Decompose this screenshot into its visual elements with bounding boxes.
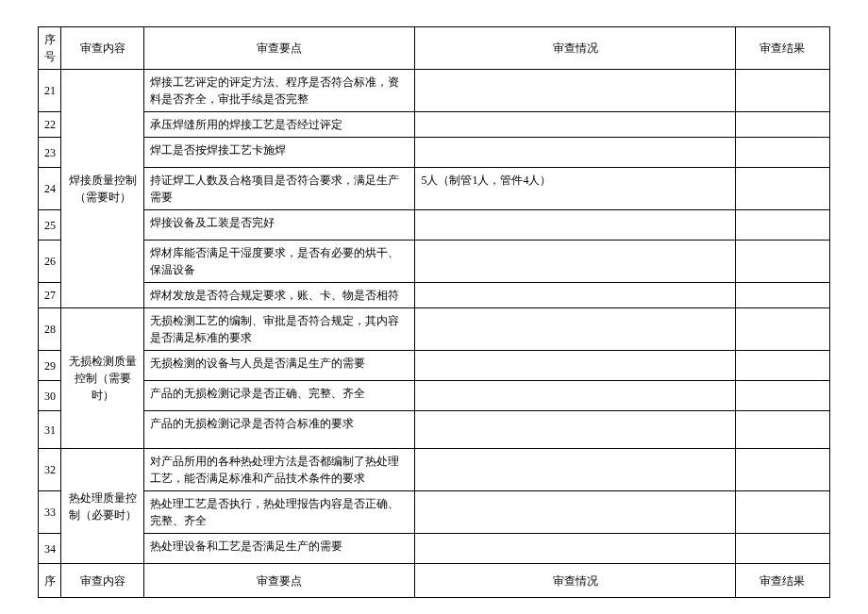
row-category: 无损检测质量控制（需要时） (61, 308, 144, 449)
row-category: 焊接质量控制（需要时） (61, 70, 144, 308)
row-res (735, 138, 829, 168)
header-content: 审查内容 (61, 27, 144, 70)
row-sit (415, 70, 735, 112)
row-sit (415, 241, 735, 283)
row-keypt: 焊接设备及工装是否完好 (144, 210, 415, 241)
row-res (735, 449, 829, 491)
row-sit (415, 534, 735, 564)
row-sit (415, 381, 735, 411)
row-res (735, 112, 829, 138)
row-res (735, 283, 829, 308)
header-keypoints: 审查要点 (144, 27, 415, 70)
header-row: 序号 审查内容 审查要点 审查情况 审查结果 (39, 27, 830, 70)
row-sit (415, 138, 735, 168)
table-row: 31 产品的无损检测记录是否符合标准的要求 (39, 411, 830, 449)
row-keypt: 无损检测工艺的编制、审批是否符合规定，其内容是否满足标准的要求 (144, 308, 415, 351)
table-row: 21 焊接质量控制（需要时） 焊接工艺评定的评定方法、程序是否符合标准，资料是否… (39, 70, 830, 112)
row-num: 33 (39, 491, 61, 534)
row-keypt: 焊工是否按焊接工艺卡施焊 (144, 138, 415, 168)
row-res (735, 210, 829, 241)
row-keypt: 焊材发放是否符合规定要求，账、卡、物是否相符 (144, 283, 415, 308)
row-num: 21 (39, 70, 61, 112)
row-keypt: 焊材库能否满足干湿度要求，是否有必要的烘干、保温设备 (144, 241, 415, 283)
row-num: 26 (39, 241, 61, 283)
row-keypt: 焊接工艺评定的评定方法、程序是否符合标准，资料是否齐全，审批手续是否完整 (144, 70, 415, 112)
row-sit (415, 283, 735, 308)
table-row: 25 焊接设备及工装是否完好 (39, 210, 830, 241)
table-row: 33 热处理工艺是否执行，热处理报告内容是否正确、完整、齐全 (39, 491, 830, 534)
row-num: 30 (39, 381, 61, 411)
table-row: 27 焊材发放是否符合规定要求，账、卡、物是否相符 (39, 283, 830, 308)
row-category: 热处理质量控制（必要时） (61, 449, 144, 564)
table-row: 30 产品的无损检测记录是否正确、完整、齐全 (39, 381, 830, 411)
table-row: 34 热处理设备和工艺是否满足生产的需要 (39, 534, 830, 564)
row-keypt: 热处理设备和工艺是否满足生产的需要 (144, 534, 415, 564)
row-keypt: 产品的无损检测记录是否正确、完整、齐全 (144, 381, 415, 411)
row-sit (415, 210, 735, 241)
footer-num: 序 (39, 564, 61, 598)
row-num: 25 (39, 210, 61, 241)
table-row: 23 焊工是否按焊接工艺卡施焊 (39, 138, 830, 168)
row-sit: 5人（制管1人，管件4人） (415, 168, 735, 210)
row-sit (415, 449, 735, 491)
row-num: 32 (39, 449, 61, 491)
footer-result: 审查结果 (735, 564, 829, 598)
row-res (735, 241, 829, 283)
row-res (735, 381, 829, 411)
table-row: 28 无损检测质量控制（需要时） 无损检测工艺的编制、审批是否符合规定，其内容是… (39, 308, 830, 351)
row-sit (415, 112, 735, 138)
row-sit (415, 411, 735, 449)
row-sit (415, 308, 735, 351)
footer-content: 审查内容 (61, 564, 144, 598)
row-res (735, 168, 829, 210)
row-res (735, 351, 829, 381)
table-row: 29 无损检测的设备与人员是否满足生产的需要 (39, 351, 830, 381)
table-row: 22 承压焊缝所用的焊接工艺是否经过评定 (39, 112, 830, 138)
row-res (735, 491, 829, 534)
table-row: 24 持证焊工人数及合格项目是否符合要求，满足生产需要 5人（制管1人，管件4人… (39, 168, 830, 210)
row-num: 22 (39, 112, 61, 138)
row-res (735, 534, 829, 564)
row-num: 34 (39, 534, 61, 564)
row-keypt: 无损检测的设备与人员是否满足生产的需要 (144, 351, 415, 381)
row-keypt: 承压焊缝所用的焊接工艺是否经过评定 (144, 112, 415, 138)
header-situation: 审查情况 (415, 27, 735, 70)
row-num: 24 (39, 168, 61, 210)
row-sit (415, 491, 735, 534)
row-num: 31 (39, 411, 61, 449)
row-num: 27 (39, 283, 61, 308)
row-keypt: 热处理工艺是否执行，热处理报告内容是否正确、完整、齐全 (144, 491, 415, 534)
row-res (735, 411, 829, 449)
footer-keypoints: 审查要点 (144, 564, 415, 598)
row-num: 28 (39, 308, 61, 351)
header-num: 序号 (39, 27, 61, 70)
footer-row: 序 审查内容 审查要点 审查情况 审查结果 (39, 564, 830, 598)
row-sit (415, 351, 735, 381)
row-keypt: 持证焊工人数及合格项目是否符合要求，满足生产需要 (144, 168, 415, 210)
row-num: 23 (39, 138, 61, 168)
row-keypt: 产品的无损检测记录是否符合标准的要求 (144, 411, 415, 449)
footer-situation: 审查情况 (415, 564, 735, 598)
table-row: 32 热处理质量控制（必要时） 对产品所用的各种热处理方法是否都编制了热处理工艺… (39, 449, 830, 491)
row-res (735, 70, 829, 112)
inspection-table: 序号 审查内容 审查要点 审查情况 审查结果 21 焊接质量控制（需要时） 焊接… (38, 26, 830, 598)
row-res (735, 308, 829, 351)
row-num: 29 (39, 351, 61, 381)
header-result: 审查结果 (735, 27, 829, 70)
table-row: 26 焊材库能否满足干湿度要求，是否有必要的烘干、保温设备 (39, 241, 830, 283)
row-keypt: 对产品所用的各种热处理方法是否都编制了热处理工艺，能否满足标准和产品技术条件的要… (144, 449, 415, 491)
